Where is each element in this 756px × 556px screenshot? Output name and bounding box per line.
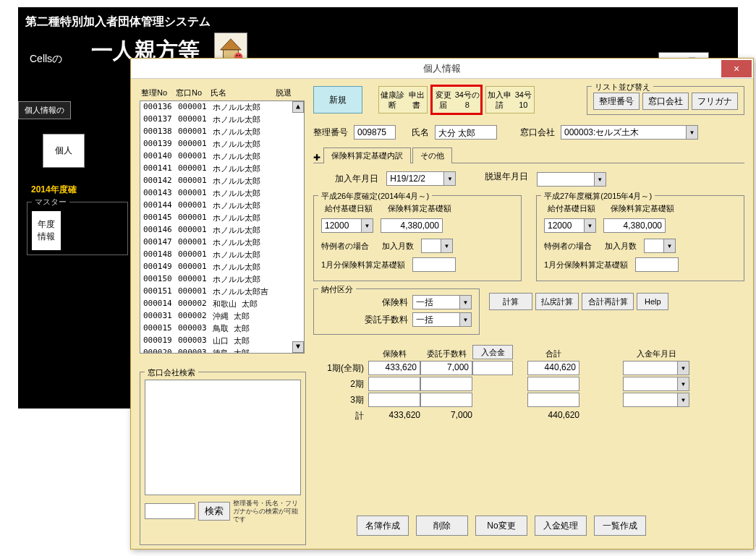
r2-nyukin-combo[interactable]: ▼: [623, 377, 689, 391]
sum-goukei: 440,620: [527, 410, 579, 422]
list-item[interactable]: 000139000001ホノルル太郎: [140, 138, 304, 150]
pay-itaku-combo[interactable]: 一括▼: [412, 312, 472, 327]
scroll-down-icon[interactable]: ▼: [292, 341, 304, 353]
no-change-button[interactable]: No変更: [475, 516, 527, 536]
list-item[interactable]: 000148000001ホノルル太郎: [140, 249, 304, 261]
calc-button[interactable]: 計算: [489, 293, 532, 310]
list-item[interactable]: 000145000001ホノルル太郎: [140, 212, 304, 224]
list-item[interactable]: 000138000001ホノルル太郎: [140, 126, 304, 138]
r3-nyukin-combo[interactable]: ▼: [623, 393, 689, 407]
list-item[interactable]: 000137000001ホノルル太郎: [140, 114, 304, 126]
list-item[interactable]: 000015000003鳥取 太郎: [140, 322, 304, 335]
dialog-title: 個人情報: [131, 62, 753, 75]
r1-nyukai-field[interactable]: [472, 361, 513, 375]
rowsum-label: 計: [313, 410, 368, 422]
r2-hoken-field[interactable]: [368, 377, 420, 391]
bg-cells: Cellsの: [30, 53, 62, 66]
list-item[interactable]: 000140000001ホノルル太郎: [140, 150, 304, 163]
sort-company-button[interactable]: 窓口会社: [642, 93, 689, 110]
list-item[interactable]: 000019000003山口 太郎: [140, 335, 304, 347]
search-button[interactable]: 検索: [198, 502, 230, 521]
new-button[interactable]: 新規: [313, 86, 362, 114]
join-date-label: 加入年月日: [335, 174, 378, 184]
r1-goukei-field[interactable]: 440,620: [527, 361, 579, 375]
join-date-combo[interactable]: H19/12/2▼: [386, 171, 456, 186]
r3-hoken-field[interactable]: [368, 393, 420, 407]
bg-year-button[interactable]: 年度情報: [32, 211, 61, 250]
fy27-month-combo[interactable]: ▼: [644, 239, 676, 253]
r1-hoken-field[interactable]: 433,620: [368, 361, 420, 375]
help-button[interactable]: Help: [637, 293, 668, 310]
list-item[interactable]: 000031000002沖縄 太郎: [140, 310, 304, 322]
fy26-monthbase-field[interactable]: [412, 257, 456, 272]
tab-other[interactable]: その他: [412, 147, 452, 163]
name-field[interactable]: 大分 太郎: [435, 125, 497, 140]
tab-insurance-basis[interactable]: 保険料算定基礎内訳: [323, 147, 411, 163]
search-input[interactable]: [145, 503, 195, 519]
r1-nyukin-combo[interactable]: ▼: [623, 361, 689, 375]
list-item[interactable]: 000150000001ホノルル太郎: [140, 273, 304, 286]
fy26-month-combo[interactable]: ▼: [421, 239, 453, 253]
titlebar: 個人情報 ×: [131, 59, 753, 79]
fy26-month-label: 加入月数: [382, 241, 414, 252]
r2-goukei-field[interactable]: [527, 377, 579, 391]
payment-group: 納付区分 保険料 一括▼ 委託手数料 一括▼: [313, 288, 480, 335]
roster-create-button[interactable]: 名簿作成: [357, 516, 409, 536]
bg-personal-button[interactable]: 個人: [43, 134, 85, 168]
svg-point-3: [237, 55, 238, 56]
delete-button[interactable]: 削除: [416, 516, 468, 536]
fy26-label: 平成26年度確定(2014年4月～): [318, 191, 432, 202]
list-item[interactable]: 000146000001ホノルル太郎: [140, 224, 304, 236]
fy26-daily-combo[interactable]: 12000▼: [321, 218, 373, 233]
refund-calc-button[interactable]: 払戻計算: [535, 293, 579, 310]
list-item[interactable]: 000151000001ホノルル太郎吉: [140, 286, 304, 298]
fy26-group: 平成26年度確定(2014年4月～) 給付基礎日額 保険料算定基礎額 12000…: [313, 195, 522, 281]
list-item[interactable]: 000144000001ホノルル太郎: [140, 200, 304, 212]
pay-hoken-combo[interactable]: 一括▼: [412, 295, 472, 309]
search-result-list[interactable]: [145, 380, 301, 495]
leave-date-combo[interactable]: ▼: [537, 172, 606, 187]
list-item[interactable]: 000149000001ホノルル太郎: [140, 261, 304, 273]
r3-itaku-field[interactable]: [420, 393, 472, 407]
fy27-base-field[interactable]: 4,380,000: [603, 218, 666, 233]
person-list[interactable]: ▲ ▼ 000136000001ホノルル太郎000137000001ホノルル太郎…: [140, 100, 305, 354]
list-item[interactable]: 000142000001ホノルル太郎: [140, 175, 304, 187]
fy27-label: 平成27年度概算(2015年4月～): [541, 191, 655, 202]
r2-itaku-field[interactable]: [420, 377, 472, 391]
list-item[interactable]: 000020000003徳島 太郎: [140, 347, 304, 354]
list-item[interactable]: 000147000001ホノルル太郎: [140, 236, 304, 249]
r1-itaku-field[interactable]: 7,000: [420, 361, 472, 375]
chevron-down-icon: ▼: [441, 239, 452, 252]
health-exam-button[interactable]: 健康診断申出書: [378, 86, 428, 114]
seiri-label: 整理番号: [313, 127, 348, 139]
col-nyukai-button[interactable]: 入会金: [472, 345, 513, 359]
plus-icon[interactable]: ✚: [313, 153, 320, 163]
seiri-field[interactable]: 009875: [354, 125, 396, 140]
row2-label: 2期: [313, 378, 368, 390]
payment-process-button[interactable]: 入金処理: [535, 516, 587, 536]
leave-date-label: 脱退年月日: [485, 171, 528, 181]
list-create-button[interactable]: 一覧作成: [594, 516, 646, 536]
change-notice-button[interactable]: 変更届34号の8: [432, 86, 481, 114]
sort-seiri-button[interactable]: 整理番号: [593, 93, 640, 110]
list-item[interactable]: 000143000001ホノルル太郎: [140, 187, 304, 200]
fy26-base-field[interactable]: 4,380,000: [381, 218, 443, 233]
join-apply-button[interactable]: 加入申請34号10: [485, 86, 535, 114]
recalc-total-button[interactable]: 合計再計算: [582, 293, 634, 310]
svg-point-4: [239, 55, 241, 56]
company-combo[interactable]: 000003:セルズ土木▼: [561, 125, 698, 140]
list-item[interactable]: 000014000002和歌山 太郎: [140, 298, 304, 310]
search-group-label: 窓口会社検索: [145, 367, 198, 378]
list-item[interactable]: 000136000001ホノルル太郎: [140, 101, 304, 114]
r3-goukei-field[interactable]: [527, 393, 579, 407]
name-label: 氏名: [412, 127, 429, 139]
chevron-down-icon: ▼: [443, 172, 455, 185]
chevron-down-icon: ▼: [459, 296, 471, 309]
close-button[interactable]: ×: [721, 60, 752, 77]
scroll-up-icon[interactable]: ▲: [292, 101, 304, 113]
sort-furigana-button[interactable]: フリガナ: [692, 93, 738, 110]
fy27-daily-combo[interactable]: 12000▼: [544, 218, 596, 233]
chevron-down-icon: ▼: [663, 239, 675, 252]
fy27-monthbase-field[interactable]: [635, 257, 679, 272]
list-item[interactable]: 000141000001ホノルル太郎: [140, 163, 304, 175]
